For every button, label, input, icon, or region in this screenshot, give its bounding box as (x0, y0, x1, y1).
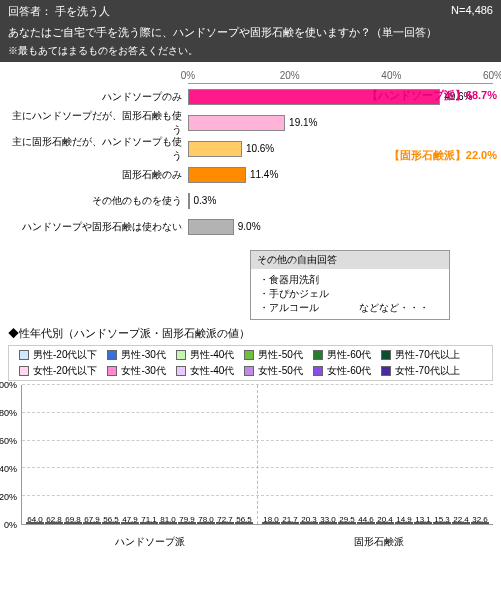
column-value: 69.8 (65, 515, 81, 524)
legend-item: 女性-40代 (176, 364, 234, 378)
legend-swatch (19, 366, 29, 376)
bar-value: 9.0% (234, 219, 261, 235)
bar-group: 64.062.869.867.956.547.971.181.079.978.0… (22, 385, 258, 524)
column-value: 13.1 (415, 515, 431, 524)
y-tick: 40% (0, 464, 17, 474)
column-value: 32.6 (472, 515, 488, 524)
legend-label: 男性-50代 (258, 348, 302, 362)
bar-label: 主にハンドソープだが、固形石鹸も使う (8, 109, 188, 137)
legend-item: 男性-40代 (176, 348, 234, 362)
free-answer-item: ・食器用洗剤 (259, 273, 441, 287)
chart-by-demographic: 0%20%40%60%80%100% 64.062.869.867.956.54… (0, 383, 501, 533)
bar-row: 主にハンドソープだが、固形石鹸も使う19.1% (8, 110, 493, 136)
annotation-barsoap: 【固形石鹸派】22.0% (389, 148, 497, 163)
legend-label: 男性-30代 (121, 348, 165, 362)
legend-item: 女性-60代 (313, 364, 371, 378)
column-value: 64.0 (27, 515, 43, 524)
bar-row: その他のものを使う0.3% (8, 188, 493, 214)
axis-tick: 20% (280, 70, 300, 81)
bar-label: 主に固形石鹸だが、ハンドソープも使う (8, 135, 188, 163)
legend: 男性-20代以下男性-30代男性-40代男性-50代男性-60代男性-70代以上… (8, 345, 493, 381)
axis-tick: 60% (483, 70, 501, 81)
bar-label: ハンドソープや固形石鹸は使わない (8, 220, 188, 234)
legend-item: 男性-70代以上 (381, 348, 459, 362)
bar (188, 141, 242, 157)
y-tick: 80% (0, 408, 17, 418)
legend-item: 女性-30代 (107, 364, 165, 378)
legend-swatch (107, 366, 117, 376)
column-value: 20.3 (301, 515, 317, 524)
legend-item: 男性-30代 (107, 348, 165, 362)
bar-label: その他のものを使う (8, 194, 188, 208)
n-count: N=4,486 (451, 4, 493, 19)
column-value: 62.8 (46, 515, 62, 524)
column-value: 71.1 (141, 515, 157, 524)
y-tick: 60% (0, 436, 17, 446)
legend-item: 女性-50代 (244, 364, 302, 378)
bar (188, 167, 246, 183)
legend-label: 男性-20代以下 (33, 348, 97, 362)
column-value: 81.0 (160, 515, 176, 524)
column-value: 56.5 (103, 515, 119, 524)
y-tick: 20% (0, 492, 17, 502)
legend-item: 男性-20代以下 (19, 348, 97, 362)
column-value: 29.5 (339, 515, 355, 524)
bar (188, 219, 234, 235)
column-value: 47.9 (122, 515, 138, 524)
column-value: 33.0 (320, 515, 336, 524)
column-value: 44.6 (358, 515, 374, 524)
legend-label: 女性-40代 (190, 364, 234, 378)
legend-item: 男性-60代 (313, 348, 371, 362)
chart-main: 0%20%40%60% ハンドソープのみ49.6%主にハンドソープだが、固形石鹸… (0, 62, 501, 244)
bar-value: 0.3% (190, 193, 217, 209)
legend-swatch (381, 366, 391, 376)
column-value: 18.0 (263, 515, 279, 524)
y-tick: 100% (0, 380, 17, 390)
axis-tick: 40% (381, 70, 401, 81)
free-answer-item: ・アルコール などなど・・・ (259, 301, 441, 315)
column-value: 67.9 (84, 515, 100, 524)
question-text: あなたはご自宅で手を洗う際に、ハンドソープや固形石鹸を使いますか？（単一回答） (0, 23, 501, 44)
column-value: 78.0 (198, 515, 214, 524)
section2-title: ◆性年代別（ハンドソープ派・固形石鹸派の値） (8, 326, 493, 341)
legend-label: 男性-60代 (327, 348, 371, 362)
legend-swatch (313, 350, 323, 360)
respondent-value: 手を洗う人 (55, 5, 110, 17)
bar-group: 18.021.720.333.029.544.620.414.913.115.3… (258, 385, 493, 524)
legend-item: 女性-20代以下 (19, 364, 97, 378)
column-value: 22.4 (453, 515, 469, 524)
legend-swatch (244, 350, 254, 360)
free-answer-box: その他の自由回答 ・食器用洗剤・手ぴかジェル・アルコール などなど・・・ (250, 250, 450, 320)
legend-label: 女性-70代以上 (395, 364, 459, 378)
respondent-prefix: 回答者： (8, 5, 52, 17)
legend-swatch (19, 350, 29, 360)
legend-label: 女性-20代以下 (33, 364, 97, 378)
legend-swatch (244, 366, 254, 376)
axis-tick: 0% (181, 70, 195, 81)
legend-label: 男性-70代以上 (395, 348, 459, 362)
column-value: 56.5 (236, 515, 252, 524)
bar-value: 11.4% (246, 167, 278, 183)
legend-item: 女性-70代以上 (381, 364, 459, 378)
bar-value: 19.1% (285, 115, 317, 131)
legend-swatch (176, 350, 186, 360)
x-category: ハンドソープ派 (36, 533, 265, 549)
column-value: 72.7 (217, 515, 233, 524)
x-category: 固形石鹸派 (265, 533, 494, 549)
legend-label: 女性-30代 (121, 364, 165, 378)
bar-row: ハンドソープや固形石鹸は使わない9.0% (8, 214, 493, 240)
question-note: ※最もあてはまるものをお答えください。 (0, 44, 501, 62)
legend-label: 男性-40代 (190, 348, 234, 362)
column-value: 79.9 (179, 515, 195, 524)
y-tick: 0% (4, 520, 17, 530)
column-value: 20.4 (377, 515, 393, 524)
legend-label: 女性-50代 (258, 364, 302, 378)
header: 回答者： 手を洗う人 N=4,486 (0, 0, 501, 23)
legend-swatch (176, 366, 186, 376)
column-value: 14.9 (396, 515, 412, 524)
bar-label: ハンドソープのみ (8, 90, 188, 104)
column-value: 15.3 (434, 515, 450, 524)
bar (188, 115, 285, 131)
bar-label: 固形石鹸のみ (8, 168, 188, 182)
legend-label: 女性-60代 (327, 364, 371, 378)
